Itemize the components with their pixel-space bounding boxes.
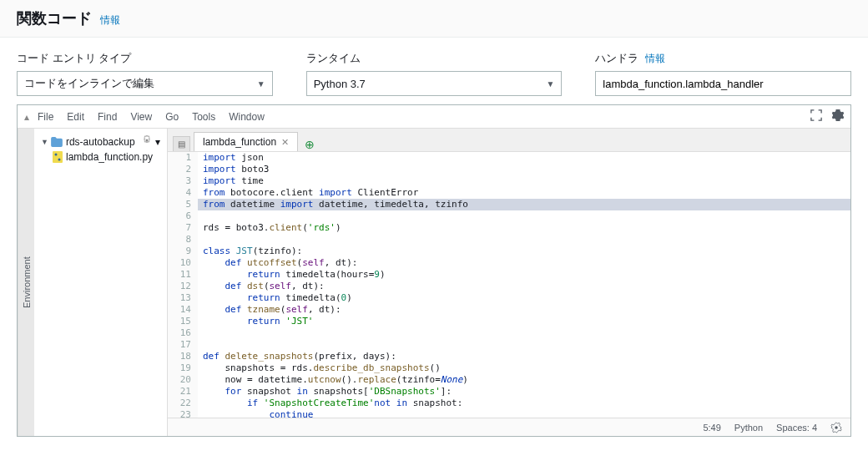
code-text: def delete_snapshots(prefix, days): xyxy=(198,351,850,362)
code-text: from datetime import datetime, timedelta… xyxy=(198,199,850,210)
code-line[interactable]: 23 continue xyxy=(168,409,850,418)
code-line[interactable]: 19 snapshots = rds.describe_db_snapshots… xyxy=(168,362,850,374)
menu-file[interactable]: File xyxy=(38,111,53,123)
tab-add-icon[interactable]: ⊕ xyxy=(305,138,315,151)
menubar-collapse-icon[interactable]: ▴ xyxy=(24,111,29,123)
indent-setting[interactable]: Spaces: 4 xyxy=(776,423,817,433)
config-row: コード エントリ タイプ コードをインラインで編集 ▼ ランタイム Python… xyxy=(0,38,868,104)
code-text: return timedelta(hours=9) xyxy=(198,269,850,281)
menu-window[interactable]: Window xyxy=(229,111,265,123)
menu-tools[interactable]: Tools xyxy=(192,111,215,123)
code-text xyxy=(198,234,850,246)
code-text: snapshots = rds.describe_db_snapshots() xyxy=(198,362,850,374)
code-text: from botocore.client import ClientError xyxy=(198,187,850,199)
code-line[interactable]: 3import time xyxy=(168,175,850,187)
code-line[interactable]: 13 return timedelta(0) xyxy=(168,292,850,304)
line-number: 6 xyxy=(168,210,198,222)
code-text: return 'JST' xyxy=(198,316,850,327)
code-text: def utcoffset(self, dt): xyxy=(198,257,850,269)
svg-point-0 xyxy=(146,139,149,142)
code-line[interactable]: 4from botocore.client import ClientError xyxy=(168,187,850,199)
code-text: now = datetime.utcnow().replace(tzinfo=N… xyxy=(198,374,850,386)
code-line[interactable]: 11 return timedelta(hours=9) xyxy=(168,269,850,281)
runtime-select[interactable]: Python 3.7 ▼ xyxy=(306,71,563,96)
editor-tabbar: ▤ lambda_function ✕ ⊕ xyxy=(168,129,850,152)
line-number: 7 xyxy=(168,222,198,234)
editor-statusbar: 5:49 Python Spaces: 4 xyxy=(168,418,850,436)
line-number: 2 xyxy=(168,164,198,175)
line-number: 17 xyxy=(168,339,198,351)
editor-tab[interactable]: lambda_function ✕ xyxy=(194,132,298,151)
line-number: 22 xyxy=(168,398,198,409)
code-text: continue xyxy=(198,409,850,418)
handler-info-link[interactable]: 情報 xyxy=(645,53,665,64)
cloud9-editor: ▴ File Edit Find View Go Tools Window En… xyxy=(17,104,851,437)
code-line[interactable]: 17 xyxy=(168,339,850,351)
tab-close-icon[interactable]: ✕ xyxy=(281,137,289,148)
section-info-link[interactable]: 情報 xyxy=(100,14,120,26)
line-number: 16 xyxy=(168,327,198,339)
svg-rect-1 xyxy=(53,151,63,163)
line-number: 13 xyxy=(168,292,198,304)
menu-find[interactable]: Find xyxy=(98,111,117,123)
code-text: class JST(tzinfo): xyxy=(198,246,850,257)
menu-view[interactable]: View xyxy=(130,111,152,123)
code-text: import json xyxy=(198,152,850,164)
code-text: def dst(self, dt): xyxy=(198,281,850,292)
code-line[interactable]: 20 now = datetime.utcnow().replace(tzinf… xyxy=(168,374,850,386)
code-line[interactable]: 12 def dst(self, dt): xyxy=(168,281,850,292)
handler-label: ハンドラ xyxy=(595,52,638,64)
line-number: 21 xyxy=(168,386,198,398)
fullscreen-icon[interactable] xyxy=(810,109,822,124)
code-line[interactable]: 22 if 'SnapshotCreateTime'not in snapsho… xyxy=(168,398,850,409)
code-text: import boto3 xyxy=(198,164,850,175)
code-line[interactable]: 1import json xyxy=(168,152,850,164)
code-line[interactable]: 8 xyxy=(168,234,850,246)
section-title: 関数コード xyxy=(17,10,92,27)
menu-edit[interactable]: Edit xyxy=(67,111,84,123)
code-line[interactable]: 2import boto3 xyxy=(168,164,850,175)
tree-gear-icon[interactable]: ▾ xyxy=(142,135,160,148)
caret-down-icon: ▼ xyxy=(546,79,554,89)
line-number: 19 xyxy=(168,362,198,374)
code-line[interactable]: 7rds = boto3.client('rds') xyxy=(168,222,850,234)
code-line[interactable]: 16 xyxy=(168,327,850,339)
cursor-position[interactable]: 5:49 xyxy=(703,423,720,433)
entry-type-value: コードをインラインで編集 xyxy=(24,76,154,91)
code-line[interactable]: 15 return 'JST' xyxy=(168,316,850,327)
line-number: 1 xyxy=(168,152,198,164)
menu-go[interactable]: Go xyxy=(165,111,179,123)
code-line[interactable]: 21 for snapshot in snapshots['DBSnapshot… xyxy=(168,386,850,398)
code-text: rds = boto3.client('rds') xyxy=(198,222,850,234)
line-number: 15 xyxy=(168,316,198,327)
line-number: 11 xyxy=(168,269,198,281)
settings-gear-icon[interactable] xyxy=(832,109,844,124)
tree-file[interactable]: lambda_function.py xyxy=(38,149,164,165)
code-line[interactable]: 5from datetime import datetime, timedelt… xyxy=(168,199,850,210)
svg-point-4 xyxy=(835,426,838,429)
line-number: 14 xyxy=(168,304,198,316)
tree-root[interactable]: ▼ rds-autobackup ▾ xyxy=(38,134,164,149)
code-text xyxy=(198,339,850,351)
code-text: return timedelta(0) xyxy=(198,292,850,304)
line-number: 8 xyxy=(168,234,198,246)
code-line[interactable]: 9class JST(tzinfo): xyxy=(168,246,850,257)
svg-point-3 xyxy=(58,159,61,161)
code-line[interactable]: 6 xyxy=(168,210,850,222)
code-line[interactable]: 18def delete_snapshots(prefix, days): xyxy=(168,351,850,362)
tab-list-icon[interactable]: ▤ xyxy=(173,136,190,151)
code-editor[interactable]: 1import json2import boto33import time4fr… xyxy=(168,152,850,418)
status-gear-icon[interactable] xyxy=(830,422,842,433)
code-line[interactable]: 14 def tzname(self, dt): xyxy=(168,304,850,316)
editor-menubar: ▴ File Edit Find View Go Tools Window xyxy=(18,105,850,129)
code-line[interactable]: 10 def utcoffset(self, dt): xyxy=(168,257,850,269)
tree-root-label: rds-autobackup xyxy=(66,136,135,148)
handler-input[interactable] xyxy=(595,71,851,96)
language-mode[interactable]: Python xyxy=(734,423,763,433)
code-text xyxy=(198,210,850,222)
environment-sidebar-tab[interactable]: Environment xyxy=(18,129,34,436)
entry-type-select[interactable]: コードをインラインで編集 ▼ xyxy=(17,71,273,96)
line-number: 3 xyxy=(168,175,198,187)
line-number: 9 xyxy=(168,246,198,257)
code-text: import time xyxy=(198,175,850,187)
